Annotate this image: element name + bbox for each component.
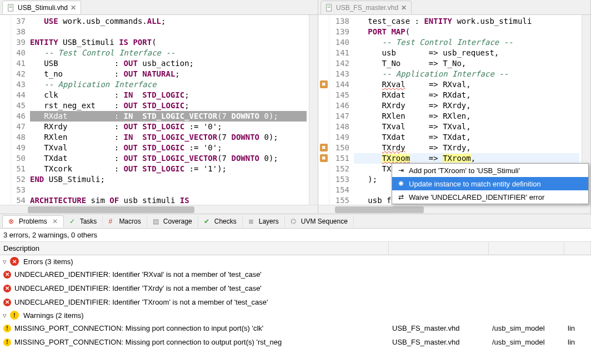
tab-label: USB_Stimuli.vhd <box>18 4 68 12</box>
coverage-icon: ▤ <box>153 218 161 225</box>
bottom-tab-coverage[interactable]: ▤Coverage <box>147 216 198 227</box>
bottom-tab-uvm-sequence[interactable]: ⌬UVM Sequence <box>285 216 354 227</box>
problem-row[interactable]: ✕UNDECLARED_IDENTIFIER: Identifier 'RXva… <box>0 267 591 281</box>
error-marker-icon[interactable]: ✖ <box>320 80 328 88</box>
problem-path: /usb_sim_model <box>489 323 564 333</box>
editor-pane-left: USB_Stimuli.vhd ✕ 3738394041424344454647… <box>0 0 318 214</box>
problem-message: UNDECLARED_IDENTIFIER: Identifier 'RXval… <box>14 270 262 279</box>
quick-fix-label: Update instance to match entity definiti… <box>409 180 541 188</box>
code-area-left[interactable]: 373839404142434445464748495051525354 USE… <box>0 15 318 205</box>
problems-group[interactable]: ▿!Warnings (2 items) <box>0 309 591 321</box>
column-path[interactable] <box>489 242 564 255</box>
problem-row[interactable]: !MISSING_PORT_CONNECTION: Missing port c… <box>0 335 591 349</box>
problem-location: lin <box>564 337 591 347</box>
problem-path <box>489 274 564 276</box>
bottom-tab-layers[interactable]: ≣Layers <box>243 216 285 227</box>
quick-fix-menu: ⇥Add port 'TXroom' to 'USB_Stimuli'✺Upda… <box>392 163 589 204</box>
svg-rect-5 <box>328 7 330 8</box>
disclosure-icon[interactable]: ▿ <box>1 311 8 320</box>
problem-location <box>564 274 591 276</box>
tab-usb-fs-master[interactable]: USB_FS_master.vhd ✕ <box>320 1 412 14</box>
bottom-tab-tasks[interactable]: ✓Tasks <box>64 216 103 227</box>
quick-fix-item[interactable]: ✺Update instance to match entity definit… <box>392 177 588 190</box>
warning-icon: ! <box>3 338 11 346</box>
horizontal-scrollbar[interactable] <box>318 205 590 214</box>
quick-fix-label: Add port 'TXroom' to 'USB_Stimuli' <box>409 166 520 175</box>
problem-message: MISSING_PORT_CONNECTION: Missing port co… <box>14 324 263 332</box>
svg-rect-4 <box>328 6 330 6</box>
error-icon: ✕ <box>3 285 11 292</box>
bottom-tabs: ⊗Problems✕✓Tasks#Macros▤Coverage✔Checks≣… <box>0 214 591 229</box>
problem-path <box>489 301 564 304</box>
bottom-tab-problems[interactable]: ⊗Problems✕ <box>2 215 64 228</box>
problem-row[interactable]: !MISSING_PORT_CONNECTION: Missing port c… <box>0 321 591 335</box>
gear-icon: ✺ <box>397 179 405 188</box>
close-icon[interactable]: ✕ <box>71 4 76 12</box>
problem-row[interactable]: ✕UNDECLARED_IDENTIFIER: Identifier 'TXrd… <box>0 281 591 295</box>
vhd-file-icon <box>7 4 15 12</box>
error-marker-icon[interactable]: ✖ <box>320 154 328 162</box>
group-label: Warnings (2 items) <box>23 311 84 320</box>
disclosure-icon[interactable]: ▿ <box>1 257 8 266</box>
problem-resource <box>389 287 489 290</box>
svg-rect-1 <box>9 6 12 6</box>
problems-status: 3 errors, 2 warnings, 0 others <box>0 229 591 241</box>
waive-icon: ⇄ <box>397 193 405 201</box>
problem-location <box>564 301 591 304</box>
error-icon: ✕ <box>10 257 19 266</box>
quick-fix-item[interactable]: ⇥Add port 'TXroom' to 'USB_Stimuli' <box>392 164 588 177</box>
quick-fix-label: Waive 'UNDECLARED_IDENTIFIER' error <box>409 193 544 201</box>
error-icon: ✕ <box>3 299 11 306</box>
tasks-icon: ✓ <box>69 218 77 225</box>
tab-usb-stimuli[interactable]: USB_Stimuli.vhd ✕ <box>2 1 81 14</box>
problem-resource <box>389 301 489 304</box>
problem-location <box>564 287 591 290</box>
group-label: Errors (3 items) <box>23 257 73 266</box>
error-marker-icon[interactable]: ✖ <box>320 144 328 151</box>
column-location[interactable] <box>564 242 591 255</box>
horizontal-scrollbar[interactable] <box>0 205 318 214</box>
tab-bar-left: USB_Stimuli.vhd ✕ <box>0 0 318 15</box>
close-icon[interactable]: ✕ <box>52 218 58 225</box>
problem-resource <box>389 274 489 276</box>
column-resource[interactable] <box>389 242 489 255</box>
vertical-scrollbar[interactable] <box>309 15 318 205</box>
problem-message: UNDECLARED_IDENTIFIER: Identifier 'TXroo… <box>14 298 268 306</box>
uvm-icon: ⌬ <box>291 218 298 225</box>
warning-icon: ! <box>10 311 19 320</box>
problem-path <box>489 287 564 290</box>
warning-icon: ! <box>3 325 11 332</box>
problem-path: /usb_sim_model <box>489 337 564 347</box>
problem-row[interactable]: ✕UNDECLARED_IDENTIFIER: Identifier 'TXro… <box>0 295 591 309</box>
bottom-panel: ⊗Problems✕✓Tasks#Macros▤Coverage✔Checks≣… <box>0 214 591 364</box>
tab-bar-right: USB_FS_master.vhd ✕ <box>318 0 590 15</box>
bottom-tab-checks[interactable]: ✔Checks <box>198 216 243 227</box>
error-icon: ✕ <box>3 271 11 279</box>
tab-label: USB_FS_master.vhd <box>336 4 398 12</box>
svg-rect-2 <box>9 7 12 8</box>
problem-message: UNDECLARED_IDENTIFIER: Identifier 'TXrdy… <box>14 284 262 292</box>
problems-table: Description ▿✕Errors (3 items)✕UNDECLARE… <box>0 241 591 364</box>
problem-resource: USB_FS_master.vhd <box>389 337 489 347</box>
vhd-file-icon <box>325 4 333 12</box>
layers-icon: ≣ <box>248 218 256 225</box>
problem-message: MISSING_PORT_CONNECTION: Missing port co… <box>14 338 282 346</box>
column-description[interactable]: Description <box>0 242 389 255</box>
problems-group[interactable]: ▿✕Errors (3 items) <box>0 255 591 267</box>
add-port-icon: ⇥ <box>397 166 405 175</box>
macros-icon: # <box>108 218 116 225</box>
bottom-tab-macros[interactable]: #Macros <box>103 216 147 227</box>
problem-resource: USB_FS_master.vhd <box>389 323 489 333</box>
close-icon[interactable]: ✕ <box>401 4 407 12</box>
problem-location: lin <box>564 323 591 333</box>
checks-icon: ✔ <box>204 218 212 225</box>
quick-fix-item[interactable]: ⇄Waive 'UNDECLARED_IDENTIFIER' error <box>392 190 588 204</box>
problems-icon: ⊗ <box>8 218 16 225</box>
